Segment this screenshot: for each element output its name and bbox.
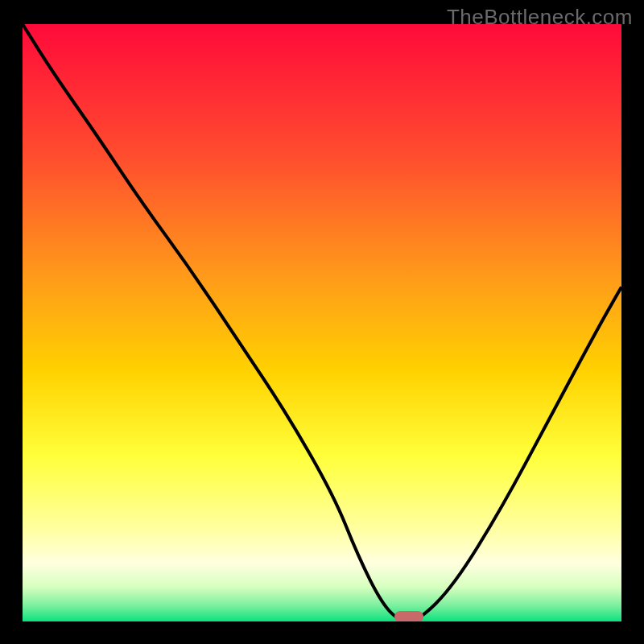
curve-path xyxy=(23,24,621,621)
watermark-text: TheBottleneck.com xyxy=(447,5,633,30)
bottleneck-curve xyxy=(23,24,621,621)
plot-area xyxy=(23,24,621,621)
chart-frame: TheBottleneck.com xyxy=(0,0,644,644)
optimal-marker xyxy=(394,611,423,621)
